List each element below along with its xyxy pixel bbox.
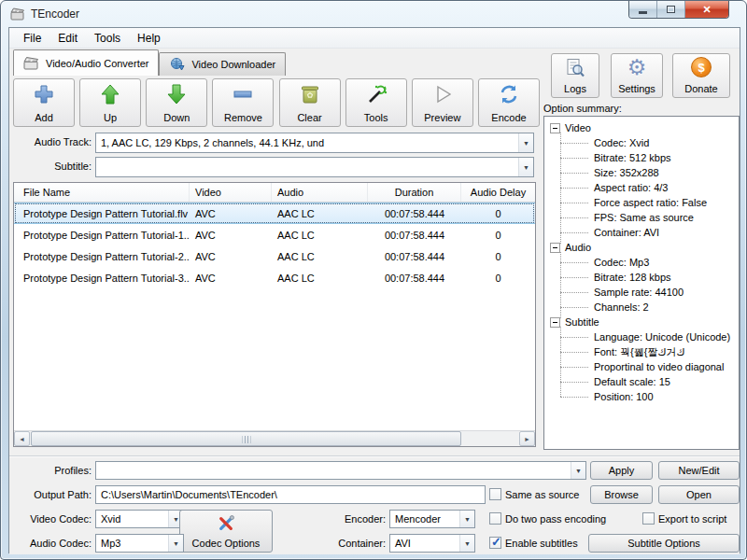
profiles-select[interactable]: ▼ xyxy=(95,461,586,480)
tree-leaf: Force aspect ratio: False xyxy=(560,195,737,210)
chevron-down-icon: ▼ xyxy=(518,158,533,176)
cell-duration: 00:07:58.444 xyxy=(368,230,461,241)
codec-options-button[interactable]: Codec Options xyxy=(179,510,273,553)
cell-audio: AAC LC xyxy=(272,208,368,219)
donate-button[interactable]: $ Donate xyxy=(672,53,730,98)
new-edit-button[interactable]: New/Edit xyxy=(658,461,740,480)
subtitle-options-button[interactable]: Subtitle Options xyxy=(588,534,740,553)
enable-subtitles-checkbox[interactable] xyxy=(489,537,501,549)
encoder-value: Mencoder xyxy=(390,513,459,525)
menu-edit[interactable]: Edit xyxy=(49,30,86,47)
menu-tools[interactable]: Tools xyxy=(86,30,129,47)
menu-help[interactable]: Help xyxy=(129,30,169,47)
scrollbar-track[interactable] xyxy=(30,431,519,446)
down-button[interactable]: Down xyxy=(146,78,207,127)
clear-button[interactable]: Clear xyxy=(279,78,341,127)
same-as-source-checkbox[interactable] xyxy=(489,488,501,500)
two-pass-checkbox[interactable] xyxy=(489,512,501,525)
horizontal-scrollbar[interactable]: ◄ ► xyxy=(14,430,535,446)
log-magnifier-icon xyxy=(564,57,586,81)
container-select[interactable]: AVI ▼ xyxy=(389,534,475,553)
browse-button[interactable]: Browse xyxy=(590,485,653,504)
table-row[interactable]: Prototype Design Pattern Tutorial.flv AV… xyxy=(14,203,535,224)
collapse-icon[interactable] xyxy=(550,123,560,133)
title-bar[interactable]: TEncoder ✕ xyxy=(1,1,746,27)
scrollbar-grip-icon xyxy=(242,436,250,443)
tools-button[interactable]: Tools xyxy=(345,78,407,127)
audio-track-label: Audio Track: xyxy=(9,136,92,147)
video-codec-select[interactable]: Xvid ▼ xyxy=(95,510,184,528)
table-row[interactable]: Prototype Design Pattern Tutorial-2... A… xyxy=(14,245,535,267)
column-header-audio-delay[interactable]: Audio Delay xyxy=(461,183,535,202)
up-button[interactable]: Up xyxy=(79,78,141,127)
close-button[interactable]: ✕ xyxy=(685,1,728,18)
export-script-checkbox[interactable] xyxy=(642,512,655,525)
chevron-down-icon: ▼ xyxy=(459,511,474,527)
scrollbar-thumb[interactable] xyxy=(31,431,461,446)
refresh-arrows-icon xyxy=(498,83,520,107)
column-header-duration[interactable]: Duration xyxy=(368,183,461,202)
scroll-right-button[interactable]: ► xyxy=(519,431,535,446)
tab-video-audio-converter[interactable]: Video/Audio Converter xyxy=(13,49,159,76)
tree-node-video[interactable]: Video xyxy=(550,120,737,135)
container-value: AVI xyxy=(390,538,459,549)
tab-label: Video/Audio Converter xyxy=(46,58,148,69)
table-row[interactable]: Prototype Design Pattern Tutorial-1... A… xyxy=(14,224,535,245)
down-button-label: Down xyxy=(163,112,190,123)
chevron-down-icon: ▼ xyxy=(459,535,474,552)
open-button[interactable]: Open xyxy=(658,485,740,504)
tree-leaf: FPS: Same as source xyxy=(560,210,737,225)
output-path-input[interactable] xyxy=(95,485,486,504)
chevron-down-icon: ▼ xyxy=(168,535,183,552)
preview-button[interactable]: Preview xyxy=(412,78,473,127)
tree-node-audio[interactable]: Audio xyxy=(550,240,737,255)
tree-group-video: Video Codec: Xvid Bitrate: 512 kbps Size… xyxy=(550,120,737,240)
apply-button[interactable]: Apply xyxy=(590,461,653,480)
column-header-file-name[interactable]: File Name xyxy=(14,183,190,202)
remove-button[interactable]: Remove xyxy=(212,78,274,127)
tab-video-downloader[interactable]: Video Downloader xyxy=(159,52,286,76)
encoder-select[interactable]: Mencoder ▼ xyxy=(389,510,475,528)
export-script-label: Export to script xyxy=(658,513,726,525)
plus-icon xyxy=(33,83,55,107)
collapse-icon[interactable] xyxy=(550,243,560,253)
maximize-button[interactable] xyxy=(657,1,685,18)
trash-bin-icon xyxy=(299,83,321,107)
cell-video: AVC xyxy=(190,230,272,241)
cell-audio-delay: 0 xyxy=(461,208,535,219)
option-summary-label: Option summary: xyxy=(543,103,622,114)
audio-codec-select[interactable]: Mp3 ▼ xyxy=(95,534,184,553)
tree-leaf: Aspect ratio: 4/3 xyxy=(560,180,737,195)
tree-leaf: Position: 100 xyxy=(560,389,737,404)
table-row[interactable]: Prototype Design Pattern Tutorial-3... A… xyxy=(14,267,535,288)
subtitle-select[interactable]: ▼ xyxy=(95,157,534,177)
logs-button-label: Logs xyxy=(564,83,586,94)
enable-subtitles-label: Enable subtitles xyxy=(505,538,578,549)
cell-audio: AAC LC xyxy=(272,251,368,262)
add-button[interactable]: Add xyxy=(13,78,75,127)
settings-button[interactable]: ⚙ Settings xyxy=(611,53,663,98)
column-header-video[interactable]: Video xyxy=(190,183,272,202)
app-window: TEncoder ✕ File Edit Tools Help Video/Au… xyxy=(0,0,747,560)
tree-node-subtitle[interactable]: Subtitle xyxy=(550,315,737,329)
tree-leaf: Sample rate: 44100 xyxy=(560,285,737,300)
cell-audio-delay: 0 xyxy=(461,273,535,284)
option-summary-panel: Video Codec: Xvid Bitrate: 512 kbps Size… xyxy=(543,116,740,450)
cell-duration: 00:07:58.444 xyxy=(368,273,461,284)
tree-node-label: Video xyxy=(565,122,591,133)
audio-track-select[interactable]: 1, AAC LC, 129 Kbps, 2 channels, 44.1 KH… xyxy=(95,133,534,153)
minimize-button[interactable] xyxy=(629,1,657,18)
collapse-icon[interactable] xyxy=(550,317,560,328)
scroll-left-button[interactable]: ◄ xyxy=(14,431,30,446)
tree-node-label: Subtitle xyxy=(565,316,599,328)
column-header-audio[interactable]: Audio xyxy=(272,183,368,202)
video-codec-value: Xvid xyxy=(96,513,168,525)
tree-leaf: Default scale: 15 xyxy=(560,374,737,389)
logs-button[interactable]: Logs xyxy=(551,53,599,98)
add-button-label: Add xyxy=(35,112,53,123)
gear-icon: ⚙ xyxy=(627,57,647,77)
menu-file[interactable]: File xyxy=(15,30,49,47)
cell-file-name: Prototype Design Pattern Tutorial-3... xyxy=(14,273,190,284)
encode-button[interactable]: Encode xyxy=(478,78,540,127)
up-button-label: Up xyxy=(104,112,117,123)
